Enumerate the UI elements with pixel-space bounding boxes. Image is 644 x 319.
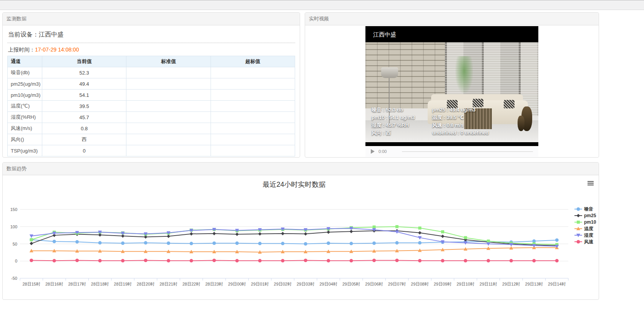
video-time-label: 0:00 bbox=[378, 149, 387, 154]
legend-item[interactable]: 风速 bbox=[574, 239, 594, 244]
plant-graphic bbox=[455, 56, 473, 93]
svg-text:29日00时: 29日00时 bbox=[228, 282, 246, 286]
top-bar bbox=[0, 0, 644, 10]
monitor-table-body: 噪音(db)52.3pm25(ug/m3)49.4pm10(ug/m3)54.1… bbox=[8, 67, 295, 156]
legend-item[interactable]: 湿度 bbox=[574, 233, 593, 238]
svg-text:29日04时: 29日04时 bbox=[319, 282, 337, 286]
overlay-row: pm10 : 54.1 ug/m3温度 : 39.5 ℃ bbox=[372, 115, 535, 121]
svg-text:28日20时: 28日20时 bbox=[137, 282, 154, 286]
video-controls: 0:00 bbox=[365, 146, 538, 157]
svg-text:28日18时: 28日18时 bbox=[91, 282, 109, 286]
column-header: 超标值 bbox=[211, 56, 295, 67]
svg-text:29日14时: 29日14时 bbox=[548, 282, 566, 286]
svg-text:温度: 温度 bbox=[584, 226, 593, 231]
report-time-value: 17-07-29 14:08:00 bbox=[35, 47, 79, 53]
legend-item[interactable]: pm10 bbox=[574, 219, 596, 225]
table-row: 湿度(%RH)45.7 bbox=[8, 112, 295, 123]
table-row: 温度(℃)39.5 bbox=[8, 101, 295, 112]
report-time: 上报时间：17-07-29 14:08:00 bbox=[7, 43, 295, 56]
play-icon[interactable] bbox=[371, 149, 375, 154]
monitor-data-panel: 监测数据 当前设备：江西中盛 上报时间：17-07-29 14:08:00 通道… bbox=[2, 12, 300, 158]
video-device-title: 江西中盛 bbox=[373, 31, 396, 38]
column-header: 通道 bbox=[8, 56, 42, 67]
series-line bbox=[32, 260, 557, 261]
overlay-row: 湿度 : 45.7 %RH风速 : 0.8 m/s bbox=[372, 122, 535, 128]
monitor-panel-title: 监测数据 bbox=[3, 13, 300, 25]
svg-text:29日09时: 29日09时 bbox=[434, 282, 451, 286]
data-trend-panel: 数据趋势 -5005010015028日15时28日16时28日17时28日18… bbox=[2, 162, 599, 300]
svg-text:-50: -50 bbox=[11, 276, 17, 281]
svg-text:28日22时: 28日22时 bbox=[183, 282, 200, 286]
legend-item[interactable]: 噪音 bbox=[574, 206, 593, 212]
live-video-panel: 实时视频 江西中盛 bbox=[305, 12, 599, 158]
svg-text:28日16时: 28日16时 bbox=[45, 282, 63, 286]
video-still-image: 噪音 : 52.3 dbpm25 : 49.4 ug/m3pm10 : 54.1… bbox=[365, 42, 538, 142]
svg-text:29日03时: 29日03时 bbox=[297, 282, 314, 286]
report-time-label: 上报时间： bbox=[8, 47, 35, 53]
trend-chart: -5005010015028日15时28日16时28日17时28日18时28日1… bbox=[3, 175, 599, 300]
table-row: 风向()西 bbox=[8, 134, 295, 145]
sensor-overlay-text: 噪音 : 52.3 dbpm25 : 49.4 ug/m3pm10 : 54.1… bbox=[372, 105, 535, 136]
svg-text:29日01时: 29日01时 bbox=[251, 282, 269, 286]
svg-text:噪音: 噪音 bbox=[584, 206, 593, 212]
video-progress-bar[interactable] bbox=[402, 151, 533, 152]
svg-text:100: 100 bbox=[10, 224, 17, 229]
table-row: 噪音(db)52.3 bbox=[8, 67, 295, 78]
svg-text:50: 50 bbox=[13, 242, 17, 246]
svg-text:29日02时: 29日02时 bbox=[274, 282, 292, 286]
video-panel-title: 实时视频 bbox=[305, 13, 599, 25]
svg-text:pm25: pm25 bbox=[584, 213, 596, 218]
current-device-label: 当前设备：江西中盛 bbox=[7, 28, 295, 43]
video-player[interactable]: 江西中盛 bbox=[365, 26, 538, 146]
svg-text:29日08时: 29日08时 bbox=[411, 282, 428, 286]
svg-text:150: 150 bbox=[10, 207, 17, 212]
svg-text:29日06时: 29日06时 bbox=[365, 282, 383, 286]
svg-text:28日17时: 28日17时 bbox=[68, 282, 86, 286]
trend-panel-title: 数据趋势 bbox=[3, 163, 599, 175]
svg-text:28日15时: 28日15时 bbox=[22, 282, 40, 286]
chart-menu-icon[interactable] bbox=[588, 181, 594, 186]
lamp-shade-graphic bbox=[381, 67, 398, 78]
svg-text:28日23时: 28日23时 bbox=[205, 282, 223, 286]
svg-text:pm10: pm10 bbox=[584, 219, 596, 225]
svg-text:29日07时: 29日07时 bbox=[388, 282, 406, 286]
chart-title: 最近24小时实时数据 bbox=[262, 181, 325, 188]
overlay-row: 风向 : 西undefined : 0 undefined bbox=[372, 130, 535, 136]
svg-text:29日12时: 29日12时 bbox=[502, 282, 520, 286]
svg-text:29日10时: 29日10时 bbox=[456, 282, 474, 286]
column-header: 标准值 bbox=[126, 56, 211, 67]
column-header: 当前值 bbox=[42, 56, 126, 67]
series-line bbox=[32, 248, 557, 252]
svg-text:0: 0 bbox=[15, 259, 17, 263]
svg-text:29日11时: 29日11时 bbox=[480, 282, 497, 286]
legend-item[interactable]: 温度 bbox=[574, 226, 593, 231]
svg-text:29日13时: 29日13时 bbox=[525, 282, 543, 286]
svg-text:风速: 风速 bbox=[584, 239, 594, 244]
legend-item[interactable]: pm25 bbox=[574, 213, 596, 218]
letterbox-bar bbox=[365, 142, 538, 146]
table-row: TSP(ug/m3)0 bbox=[8, 145, 295, 156]
table-row: 风速(m/s)0.8 bbox=[8, 123, 295, 134]
svg-text:28日19时: 28日19时 bbox=[114, 282, 131, 286]
table-row: pm25(ug/m3)49.4 bbox=[8, 78, 295, 90]
monitor-table: 通道当前值标准值超标值 噪音(db)52.3pm25(ug/m3)49.4pm1… bbox=[7, 56, 295, 156]
table-header-row: 通道当前值标准值超标值 bbox=[8, 56, 295, 67]
svg-text:湿度: 湿度 bbox=[584, 233, 593, 238]
svg-text:28日21时: 28日21时 bbox=[159, 282, 177, 286]
svg-text:29日05时: 29日05时 bbox=[342, 282, 360, 286]
table-row: pm10(ug/m3)54.1 bbox=[8, 90, 295, 101]
overlay-row: 噪音 : 52.3 dbpm25 : 49.4 ug/m3 bbox=[372, 107, 535, 113]
